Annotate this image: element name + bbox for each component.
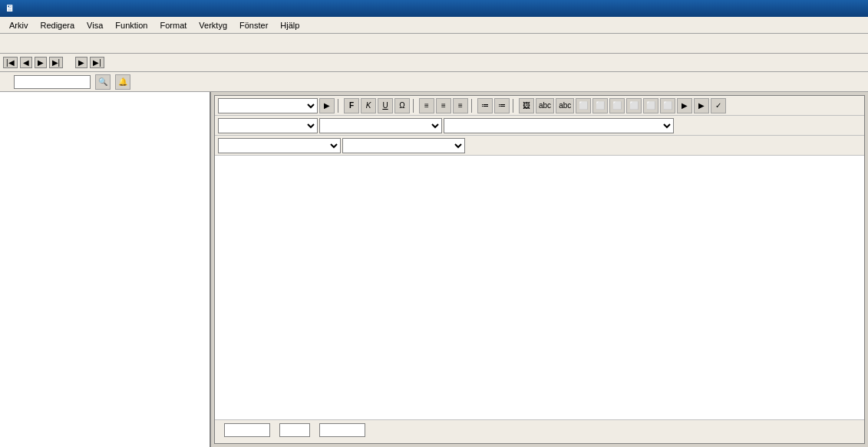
doc-btn-list2[interactable]: ≔ — [494, 98, 510, 113]
handelse-input[interactable] — [224, 423, 270, 437]
doc-btn-sq4[interactable]: ⬜ — [626, 98, 642, 113]
person-id[interactable] — [14, 75, 91, 89]
avslut-input[interactable] — [319, 423, 365, 437]
menu-funktion[interactable]: Funktion — [109, 19, 153, 31]
sep1 — [338, 99, 341, 113]
doc-btn-list1[interactable]: ≔ — [477, 98, 493, 113]
doc-btn-align-center[interactable]: ≡ — [436, 98, 451, 113]
menu-fönster[interactable]: Fönster — [233, 19, 274, 31]
doc-btn-sq1[interactable]: ⬜ — [576, 98, 591, 113]
doc-btn-u[interactable]: U — [378, 98, 393, 113]
sep4 — [513, 99, 516, 113]
doc-btn-sq2[interactable]: ⬜ — [592, 98, 608, 113]
doc-btn-align-left[interactable]: ≡ — [419, 98, 434, 113]
tree-root — [0, 92, 210, 98]
menu-arkiv[interactable]: Arkiv — [3, 19, 34, 31]
nav-prev[interactable]: ◀ — [20, 57, 32, 68]
nav-last[interactable]: ▶| — [49, 57, 64, 68]
person-bar: 🔍 🔔 — [0, 72, 868, 92]
doc-btn-f[interactable]: F — [344, 98, 359, 113]
menu-verktyg[interactable]: Verktyg — [193, 19, 233, 31]
doc-btn-arrow[interactable]: ▶ — [319, 98, 335, 113]
date-row — [219, 423, 860, 437]
nav-play[interactable]: ▶ — [75, 57, 87, 68]
doc-select-sokord[interactable] — [319, 118, 442, 133]
doc-btn-img[interactable]: 🖼 — [519, 98, 534, 113]
person-search-btn[interactable]: 🔍 — [95, 74, 111, 90]
doc-select1[interactable] — [218, 98, 318, 113]
doc-toolbar1: ▶ F K U Ω ≡ ≡ ≡ ≔ ≔ 🖼 abc abc ⬜ ⬜ ⬜ — [215, 96, 864, 116]
nav-skip[interactable]: ▶| — [90, 57, 104, 68]
doc-btn-sq5[interactable]: ⬜ — [643, 98, 658, 113]
tab-content: ▶ F K U Ω ≡ ≡ ≡ ≔ ≔ 🖼 abc abc ⬜ ⬜ ⬜ — [214, 95, 865, 444]
main-area: ▶ F K U Ω ≡ ≡ ≡ ≔ ≔ 🖼 abc abc ⬜ ⬜ ⬜ — [0, 92, 868, 447]
doc-select-sol[interactable] — [444, 118, 674, 133]
menu-hjälp[interactable]: Hjälp — [274, 19, 305, 31]
sep2 — [413, 99, 416, 113]
doc-btn-sq3[interactable]: ⬜ — [609, 98, 625, 113]
tid-input[interactable] — [279, 423, 310, 437]
doc-btn-play2[interactable]: ▶ — [694, 98, 709, 113]
menu-format[interactable]: Format — [154, 19, 193, 31]
doc-btn-play1[interactable]: ▶ — [677, 98, 692, 113]
doc-btn-spell[interactable]: abc — [536, 98, 554, 113]
menu-redigera[interactable]: Redigera — [34, 19, 81, 31]
right-panel: ▶ F K U Ω ≡ ≡ ≡ ≔ ≔ 🖼 abc abc ⬜ ⬜ ⬜ — [211, 92, 868, 447]
title-bar: 🖥 — [0, 0, 868, 17]
doc-list — [215, 156, 864, 419]
doc-btn-k[interactable]: K — [361, 98, 376, 113]
app-icon: 🖥 — [5, 3, 14, 14]
doc-toolbar2 — [215, 116, 864, 136]
doc-btn-omega[interactable]: Ω — [394, 98, 410, 113]
person-bell-btn[interactable]: 🔔 — [115, 74, 130, 90]
nav-next[interactable]: ▶ — [35, 57, 47, 68]
tree-panel — [0, 92, 211, 447]
main-toolbar2: |◀ ◀ ▶ ▶| ▶ ▶| — [0, 54, 868, 72]
menu-bar: ArkivRedigeraVisaFunktionFormatVerktygFö… — [0, 17, 868, 34]
menu-visa[interactable]: Visa — [81, 19, 109, 31]
sep3 — [471, 99, 474, 113]
main-toolbar — [0, 34, 868, 54]
doc-btn-align-right[interactable]: ≡ — [453, 98, 468, 113]
doc-select2[interactable] — [218, 118, 318, 133]
doc-btn-check[interactable]: ✓ — [711, 98, 726, 113]
doc-btn-spell2[interactable]: abc — [556, 98, 574, 113]
doc-select-type[interactable] — [218, 138, 341, 153]
doc-toolbar3 — [215, 136, 864, 156]
nav-first[interactable]: |◀ — [3, 57, 18, 68]
doc-bottom — [215, 419, 864, 443]
doc-btn-sq6[interactable]: ⬜ — [660, 98, 675, 113]
doc-select-sokord2[interactable] — [342, 138, 465, 153]
